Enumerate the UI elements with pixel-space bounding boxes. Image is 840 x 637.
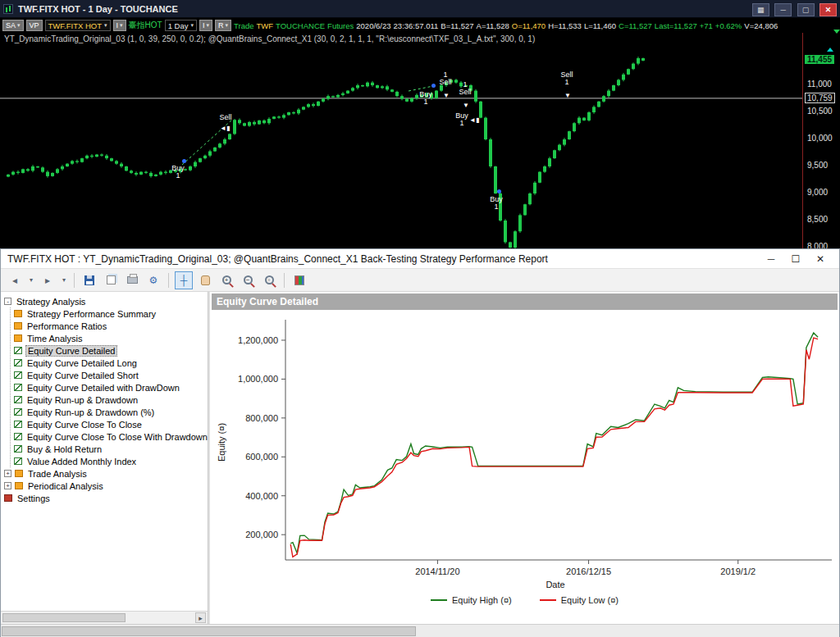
quote-toolbar: SA▾VPTWF.FITX HOT▾I▾臺指HOT1 Day▾I▾R▾Trade… [0, 18, 840, 33]
tree-item[interactable]: Value Added Monthly Index [14, 455, 206, 467]
toolbar-chip-1day[interactable]: 1 Day▾ [165, 20, 197, 31]
tree-horizontal-scrollbar[interactable]: ▸ [1, 611, 208, 624]
report-panel: Equity Curve Detailed 200,000400,000600,… [210, 292, 839, 624]
candle-body [381, 86, 384, 88]
nav-forward-icon: ▸ [45, 275, 50, 286]
price-axis[interactable]: 11,00010,75910,50010,0009,5009,0008,5008… [802, 33, 840, 248]
tree-item[interactable]: Equity Run-up & Drawdown (%) [14, 406, 206, 418]
crosshair-button[interactable]: ┼ [175, 271, 193, 289]
sell-marker: 1Sell [454, 81, 476, 96]
tree-scroll-right-button[interactable]: ▸ [195, 612, 206, 623]
y-tick-label: 800,000 [245, 413, 278, 423]
pan-button[interactable] [196, 271, 214, 289]
expander-icon[interactable]: - [4, 298, 11, 305]
curve-icon [14, 347, 22, 354]
reports-button[interactable] [102, 271, 120, 289]
maximize-button[interactable]: ▢ [797, 3, 815, 16]
tree-item[interactable]: Equity Curve Close To Close With Drawdow… [14, 430, 206, 443]
print-button[interactable] [123, 271, 141, 289]
toolbar-chip-hot[interactable]: 臺指HOT [129, 20, 162, 31]
nav-back-menu-button[interactable]: ▾ [27, 271, 35, 289]
minimize-button[interactable]: ─ [774, 3, 792, 16]
toolbar-chip-r[interactable]: R▾ [215, 20, 231, 31]
quote-token: 23:36:57.011 [394, 21, 439, 30]
tree-item[interactable]: Settings [4, 492, 206, 504]
candle-body [558, 145, 561, 151]
equity-legend: Equity High (¤)Equity Low (¤) [210, 593, 839, 607]
chart-window-titlebar[interactable]: TWF.FITX HOT - 1 Day - TOUCHANCE ▦ ─ ▢ ✕ [0, 0, 840, 18]
candlestick-svg[interactable] [0, 45, 802, 248]
report-horizontal-scrollbar[interactable] [1, 624, 839, 637]
toolbar-chip-vp[interactable]: VP [26, 20, 43, 31]
x-axis-title: Date [546, 580, 564, 589]
zoom-window-button[interactable]: ▫ [260, 271, 278, 289]
tree-item[interactable]: Equity Curve Detailed Short [14, 369, 206, 381]
tree-item[interactable]: -Strategy Analysis [4, 295, 206, 307]
candle-body [135, 173, 138, 175]
candle-body [302, 107, 305, 109]
tree-item[interactable]: Performance Ratios [14, 320, 206, 332]
zoom-in-button[interactable]: + [217, 271, 235, 289]
candle-body [46, 172, 49, 176]
zoom-out-button[interactable]: − [239, 271, 257, 289]
toolbar-chip-i[interactable]: I▾ [199, 20, 212, 31]
tree-item[interactable]: +Periodical Analysis [4, 480, 206, 492]
tree-item[interactable]: +Trade Analysis [4, 467, 206, 480]
layout-button[interactable]: ▦ [752, 3, 769, 16]
tree-item[interactable]: Equity Curve Detailed Long [14, 357, 206, 369]
nav-back-button[interactable]: ◂ [6, 271, 24, 289]
candle-body [356, 85, 359, 88]
save-button[interactable] [80, 271, 98, 289]
tree-item[interactable]: Time Analysis [14, 332, 206, 344]
styles-button[interactable] [290, 271, 308, 289]
nav-forward-menu-button[interactable]: ▾ [60, 271, 68, 289]
report-close-button[interactable]: ✕ [808, 250, 833, 268]
tree-item-label: Buy & Hold Return [25, 444, 103, 454]
candle-body [312, 104, 315, 106]
close-button[interactable]: ✕ [819, 3, 837, 16]
candle-body [410, 98, 413, 102]
candle-body [110, 158, 113, 161]
tree-item[interactable]: Strategy Performance Summary [14, 307, 206, 320]
arrow-left-icon: ◄▮ [469, 117, 479, 124]
table-icon [14, 322, 22, 330]
candle-body [376, 85, 379, 88]
tree-children: Strategy Performance SummaryPerformance … [10, 307, 206, 467]
quote-token: TOUCHANCE [276, 21, 325, 30]
settings-button[interactable]: ⚙ [144, 271, 162, 289]
toolbar-chip-sa[interactable]: SA▾ [2, 20, 24, 31]
strategy-params: YT_DynamicTrading_Original_03 (1, 0, 39,… [0, 33, 840, 45]
toolbar-chip-twffitxhot[interactable]: TWF.FITX HOT▾ [45, 20, 111, 31]
price-axis-label: 10,500 [807, 107, 833, 116]
report-maximize-button[interactable]: ☐ [783, 250, 808, 268]
tree-item[interactable]: Equity Curve Detailed [14, 344, 206, 357]
report-minimize-button[interactable]: ─ [759, 250, 783, 268]
expander-icon[interactable]: + [4, 482, 11, 489]
candlestick-chart[interactable]: 11,00010,75910,50010,0009,5009,0008,5008… [0, 45, 840, 248]
candle-body [238, 120, 241, 123]
tree-item[interactable]: Equity Run-up & Drawdown [14, 394, 206, 406]
candle-body [233, 120, 236, 134]
candle-body [223, 139, 226, 143]
candle-body [622, 75, 625, 80]
expander-icon[interactable]: + [4, 470, 11, 477]
report-window-titlebar[interactable]: TWF.FITX HOT : YT_DynamicTrading_Origina… [1, 249, 839, 269]
tree-scrollbar-thumb[interactable] [2, 613, 126, 622]
nav-forward-button[interactable]: ▸ [39, 271, 57, 289]
candle-body [248, 122, 251, 126]
candle-body [504, 221, 507, 242]
price-axis-label: 10,759 [805, 93, 835, 103]
toolbar-chip-i[interactable]: I▾ [113, 20, 126, 31]
candle-body [553, 150, 556, 158]
equity-chart-svg[interactable]: 200,000400,000600,000800,0001,000,0001,2… [212, 312, 838, 593]
tree-item[interactable]: Equity Curve Detailed with DrawDown [14, 381, 206, 394]
report-scrollbar-thumb[interactable] [2, 626, 416, 636]
tree-item[interactable]: Buy & Hold Return [14, 443, 206, 455]
tree-item[interactable]: Equity Curve Close To Close [14, 418, 206, 430]
candle-body [194, 162, 197, 166]
tree-item-label: Strategy Analysis [15, 297, 87, 307]
candle-body [90, 156, 94, 157]
price-axis-label: 8,500 [807, 215, 828, 224]
candle-body [578, 118, 581, 124]
price-scale-arrows-icon[interactable] [827, 34, 835, 44]
